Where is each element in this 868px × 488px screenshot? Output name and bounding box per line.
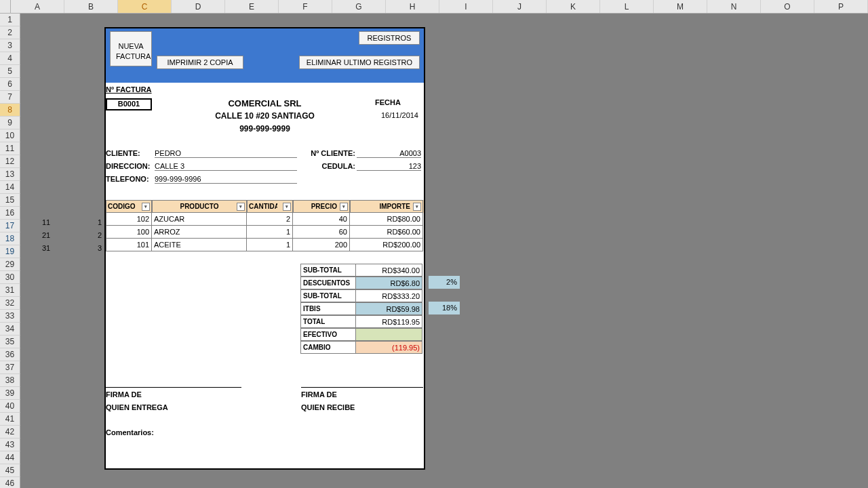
select-all-corner[interactable] [0,0,11,13]
cedula-value[interactable]: 123 [357,162,421,171]
col-header-L[interactable]: L [600,0,654,13]
row-header-30[interactable]: 30 [0,271,20,284]
col-header-I[interactable]: I [439,0,493,13]
row-header-35[interactable]: 35 [0,336,20,348]
col-header-E[interactable]: E [225,0,279,13]
row-header-33[interactable]: 33 [0,310,20,323]
filter-icon[interactable]: ▾ [340,203,348,211]
row-header-8[interactable]: 8 [0,104,20,117]
row-header-17[interactable]: 17 [0,220,20,232]
cell-importe[interactable]: RD$80.00 [350,213,423,226]
row-header-16[interactable]: 16 [0,207,20,220]
imprimir-button[interactable]: IMPRIMIR 2 COPIA [157,56,243,69]
row-header-38[interactable]: 38 [0,374,20,387]
row-header-36[interactable]: 36 [0,348,20,361]
filter-icon[interactable]: ▾ [413,203,421,211]
ncliente-value[interactable]: A0003 [357,149,421,158]
row-header-37[interactable]: 37 [0,361,20,374]
row-header-7[interactable]: 7 [0,91,20,104]
col-header-K[interactable]: K [547,0,600,13]
table-row[interactable]: 101ACEITE1200RD$200.00 [106,239,424,251]
row-header-14[interactable]: 14 [0,181,20,194]
row-header-12[interactable]: 12 [0,155,20,168]
cell-producto[interactable]: AZUCAR [152,213,247,226]
direccion-value[interactable]: CALLE 3 [155,162,297,171]
row-header-9[interactable]: 9 [0,117,20,129]
th-precio[interactable]: PRECIO▾ [293,200,350,213]
cell-cantidad[interactable]: 1 [247,226,293,239]
itbis-label: ITBIS [300,302,356,315]
row-header-34[interactable]: 34 [0,323,20,336]
row-header-39[interactable]: 39 [0,387,20,400]
th-cantidad[interactable]: CANTIDAD▾ [247,200,293,213]
row-header-15[interactable]: 15 [0,194,20,207]
row-header-11[interactable]: 11 [0,142,20,155]
col-header-P[interactable]: P [814,0,868,13]
cell-cantidad[interactable]: 2 [247,213,293,226]
cell-cantidad[interactable]: 1 [247,239,293,251]
row-header-41[interactable]: 41 [0,413,20,426]
registros-button[interactable]: REGISTROS [359,31,420,45]
th-codigo[interactable]: CODIGO▾ [106,200,152,213]
row-header-3[interactable]: 3 [0,39,20,52]
direccion-label: DIRECCION: [106,162,150,170]
cell-precio[interactable]: 60 [293,226,350,239]
col-header-M[interactable]: M [654,0,707,13]
company-phone: 999-999-9999 [106,124,424,134]
filter-icon[interactable]: ▾ [237,203,245,211]
row-header-13[interactable]: 13 [0,168,20,181]
sheet-body[interactable]: 11 21 31 1 2 3 NUEVAFACTURA REGISTROS IM… [20,14,868,488]
subtotal2-value: RD$333.20 [356,289,422,302]
row-header-31[interactable]: 31 [0,284,20,297]
efectivo-value[interactable] [356,328,422,341]
row-header-10[interactable]: 10 [0,129,20,142]
row-header-18[interactable]: 18 [0,232,20,245]
col-header-D[interactable]: D [172,0,225,13]
cliente-value[interactable]: PEDRO [155,149,297,158]
cambio-label: CAMBIO [300,341,356,354]
col-header-A[interactable]: A [11,0,64,13]
table-row[interactable]: 100ARROZ160RD$60.00 [106,226,424,239]
col-header-J[interactable]: J [493,0,547,13]
cell-importe[interactable]: RD$200.00 [350,239,423,251]
row-header-19[interactable]: 19 [0,245,20,258]
cell-producto[interactable]: ARROZ [152,226,247,239]
nueva-factura-button[interactable]: NUEVAFACTURA [110,31,152,66]
col-header-B[interactable]: B [64,0,118,13]
col-header-N[interactable]: N [707,0,761,13]
telefono-value[interactable]: 999-999-9996 [155,175,297,184]
itbis-percent[interactable]: 18% [429,302,460,314]
cell-codigo[interactable]: 101 [106,239,152,251]
cell-codigo[interactable]: 102 [106,213,152,226]
col-header-G[interactable]: G [332,0,386,13]
col-header-O[interactable]: O [761,0,814,13]
col-header-H[interactable]: H [386,0,439,13]
cell-precio[interactable]: 200 [293,239,350,251]
filter-icon[interactable]: ▾ [142,203,150,211]
table-row[interactable]: 102AZUCAR240RD$80.00 [106,213,424,226]
row-header-45[interactable]: 45 [0,464,20,477]
col-header-C[interactable]: C [118,0,172,13]
row-header-32[interactable]: 32 [0,297,20,310]
row-header-1[interactable]: 1 [0,14,20,26]
descuento-percent[interactable]: 2% [429,276,460,289]
th-importe[interactable]: IMPORTE▾ [350,200,423,213]
cell-precio[interactable]: 40 [293,213,350,226]
row-header-42[interactable]: 42 [0,426,20,439]
row-header-40[interactable]: 40 [0,400,20,413]
row-header-2[interactable]: 2 [0,26,20,39]
row-header-46[interactable]: 46 [0,477,20,488]
col-header-F[interactable]: F [279,0,332,13]
filter-icon[interactable]: ▾ [283,203,291,211]
cell-codigo[interactable]: 100 [106,226,152,239]
row-header-4[interactable]: 4 [0,52,20,65]
row-header-43[interactable]: 43 [0,439,20,451]
row-header-5[interactable]: 5 [0,65,20,78]
row-header-29[interactable]: 29 [0,258,20,271]
cell-importe[interactable]: RD$60.00 [350,226,423,239]
row-header-44[interactable]: 44 [0,451,20,464]
cell-producto[interactable]: ACEITE [152,239,247,251]
eliminar-button[interactable]: ELIMINAR ULTIMO REGISTRO [299,56,420,69]
th-producto[interactable]: PRODUCTO▾ [152,200,247,213]
row-header-6[interactable]: 6 [0,78,20,91]
